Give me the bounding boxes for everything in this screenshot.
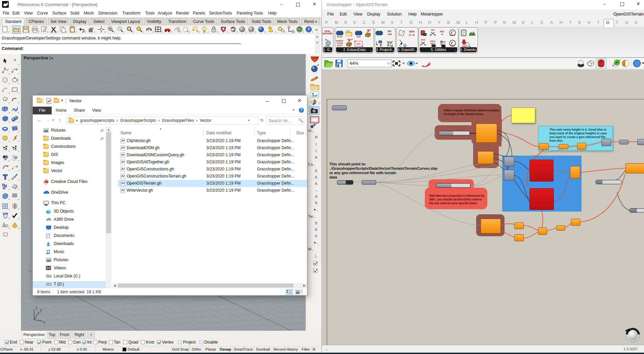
svg-text:VEC: VEC [367, 29, 371, 31]
svg-text:->90: ->90 [387, 33, 392, 35]
svg-text:VEC: VEC [431, 29, 435, 31]
svg-text:»: » [315, 27, 318, 32]
svg-text:8.: 8. [315, 149, 318, 153]
svg-text:180: 180 [387, 30, 391, 32]
svg-text:OGR: OGR [441, 41, 446, 43]
svg-text:0.: 0. [315, 227, 318, 232]
svg-text:OSM: OSM [462, 45, 466, 47]
svg-text:▸..: ▸.. [314, 240, 318, 244]
svg-text:0.: 0. [315, 175, 318, 179]
svg-text:y: y [40, 308, 42, 312]
svg-text:GDAL: GDAL [430, 40, 436, 42]
svg-text:■■: ■■ [441, 33, 443, 35]
svg-text:Ca...: Ca... [308, 162, 316, 166]
svg-text:▸..: ▸.. [314, 207, 318, 211]
svg-text:3DM: 3DM [409, 30, 414, 33]
svg-text:G I S: G I S [409, 33, 414, 36]
svg-text:VEC: VEC [450, 45, 455, 47]
svg-text:GDAL: GDAL [325, 30, 331, 32]
svg-text:6: 6 [7, 2, 8, 5]
svg-text:GDAL: GDAL [325, 45, 331, 47]
svg-text:W...: W... [308, 247, 314, 251]
svg-text:9.: 9. [315, 201, 318, 205]
svg-text:FROM: FROM [337, 42, 343, 44]
svg-text:NO: NO [440, 30, 444, 33]
svg-text:RAST: RAST [347, 38, 353, 40]
svg-text:DRIVERS: DRIVERS [323, 32, 333, 35]
svg-text:0.: 0. [315, 221, 318, 225]
svg-text:RAST: RAST [450, 34, 456, 36]
svg-text:0.: 0. [315, 234, 318, 238]
svg-text:4.: 4. [315, 182, 318, 186]
svg-text:44%: 44% [350, 61, 358, 66]
svg-text:5.: 5. [315, 169, 318, 173]
svg-text:RAS: RAS [421, 39, 426, 41]
svg-text:P.: P. [315, 156, 318, 160]
svg-text:INFO: INFO [431, 43, 436, 45]
svg-text:VEC: VEC [357, 43, 361, 45]
svg-text:RAST: RAST [337, 45, 343, 47]
svg-text:RAST: RAST [337, 36, 343, 38]
svg-text:8.: 8. [315, 142, 318, 146]
svg-text:P.: P. [315, 135, 318, 139]
svg-text:-..: -.. [315, 188, 318, 192]
svg-text:z: z [35, 306, 37, 310]
svg-text:?: ? [307, 27, 310, 32]
svg-text:BANDS: BANDS [336, 40, 343, 42]
svg-text:Tar...: Tar... [308, 214, 316, 218]
svg-text:Vi...: Vi... [308, 129, 314, 133]
svg-text:VEC: VEC [357, 36, 361, 38]
svg-text:(..: (.. [315, 254, 318, 258]
svg-text:x: x [43, 320, 45, 325]
svg-text:4.: 4. [315, 194, 318, 198]
